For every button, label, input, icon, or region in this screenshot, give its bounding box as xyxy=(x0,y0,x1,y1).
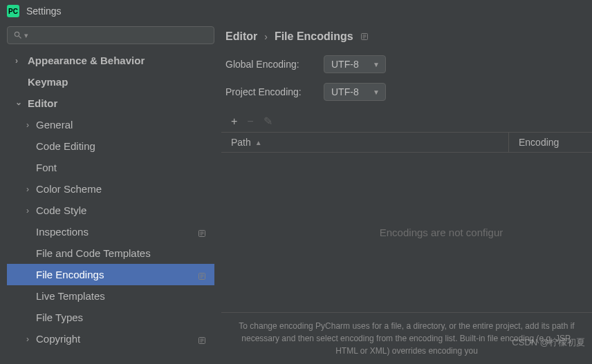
add-button[interactable]: + xyxy=(231,115,237,128)
svg-rect-5 xyxy=(201,274,204,275)
tree-item-label: Appearance & Behavior xyxy=(28,55,145,66)
chevron-right-icon xyxy=(15,56,22,66)
tree-item-general[interactable]: General xyxy=(7,114,214,135)
footer-note: To change encoding PyCharm uses for a fi… xyxy=(221,313,592,364)
svg-rect-7 xyxy=(201,277,203,278)
search-icon xyxy=(13,30,23,40)
project-encoding-label: Project Encoding: xyxy=(225,86,324,97)
column-encoding[interactable]: Encoding xyxy=(509,133,592,152)
tree-item-label: Font xyxy=(36,162,57,173)
tree-item-live-templates[interactable]: Live Templates xyxy=(7,285,214,307)
svg-rect-9 xyxy=(201,338,204,339)
tree-item-keymap[interactable]: Keymap xyxy=(7,71,214,93)
tree-item-label: General xyxy=(36,119,73,131)
tree-item-copyright[interactable]: Copyright xyxy=(7,328,214,349)
encodings-table-header: Path ▲ Encoding xyxy=(221,132,592,153)
window-titlebar: PC Settings xyxy=(0,0,592,22)
chevron-right-icon xyxy=(26,206,33,215)
project-encoding-value: UTF-8 xyxy=(331,86,359,97)
global-encoding-label: Global Encoding: xyxy=(225,59,324,70)
tree-item-appearance-behavior[interactable]: Appearance & Behavior xyxy=(7,50,214,71)
empty-state-text: Encodings are not configur xyxy=(380,227,503,238)
tree-item-label: File and Code Templates xyxy=(36,247,151,259)
global-encoding-value: UTF-8 xyxy=(331,59,359,70)
tree-item-label: File Types xyxy=(36,312,83,323)
chevron-down-icon: ▼ xyxy=(373,61,380,68)
column-encoding-label: Encoding xyxy=(519,137,559,148)
tree-item-label: Inspections xyxy=(36,226,89,238)
tree-item-color-scheme[interactable]: Color Scheme xyxy=(7,178,214,200)
global-encoding-select[interactable]: UTF-8 ▼ xyxy=(324,55,386,73)
svg-rect-2 xyxy=(201,233,204,233)
tree-item-file-types[interactable]: File Types xyxy=(7,307,214,328)
chevron-right-icon xyxy=(26,334,33,344)
project-encoding-select[interactable]: UTF-8 ▼ xyxy=(324,83,386,101)
svg-rect-10 xyxy=(201,340,204,341)
tree-item-label: Code Editing xyxy=(36,140,95,152)
window-title: Settings xyxy=(26,6,62,17)
breadcrumb-leaf: File Encodings xyxy=(275,30,353,43)
tree-item-editor[interactable]: Editor xyxy=(7,93,214,114)
remove-button: − xyxy=(247,115,253,128)
svg-rect-14 xyxy=(362,37,366,37)
tree-item-label: Color Scheme xyxy=(36,183,102,195)
tree-item-label: Editor xyxy=(28,97,57,109)
tree-item-code-style[interactable]: Code Style xyxy=(7,200,214,221)
encodings-table-body: Encodings are not configur xyxy=(221,153,592,313)
tree-item-inspections[interactable]: Inspections xyxy=(7,221,214,242)
app-icon: PC xyxy=(7,5,19,17)
chevron-down-icon: ▼ xyxy=(373,88,380,96)
svg-rect-1 xyxy=(201,231,204,232)
tree-item-file-encodings[interactable]: File Encodings xyxy=(7,264,214,285)
tree-item-font[interactable]: Font xyxy=(7,157,214,178)
chevron-right-icon xyxy=(26,184,33,194)
project-settings-badge-icon xyxy=(198,228,206,236)
project-settings-badge-icon xyxy=(198,335,206,343)
chevron-right-icon: › xyxy=(264,31,268,42)
svg-rect-3 xyxy=(201,234,203,235)
search-input[interactable]: ▾ xyxy=(7,26,214,44)
sort-ascending-icon: ▲ xyxy=(255,139,262,146)
svg-rect-13 xyxy=(362,35,366,36)
edit-button: ✎ xyxy=(263,115,272,128)
search-caret-icon: ▾ xyxy=(24,31,28,40)
encodings-toolbar: + − ✎ xyxy=(221,111,592,132)
project-settings-badge-icon xyxy=(198,271,206,279)
column-path[interactable]: Path ▲ xyxy=(221,133,509,152)
tree-item-label: Live Templates xyxy=(36,290,105,302)
tree-item-file-and-code-templates[interactable]: File and Code Templates xyxy=(7,242,214,264)
svg-rect-6 xyxy=(201,276,204,276)
breadcrumb-root: Editor xyxy=(225,30,257,43)
tree-item-label: Keymap xyxy=(28,76,68,88)
tree-item-label: File Encodings xyxy=(36,269,104,280)
svg-rect-11 xyxy=(201,341,203,342)
tree-item-code-editing[interactable]: Code Editing xyxy=(7,135,214,157)
breadcrumb: Editor › File Encodings xyxy=(221,30,592,55)
chevron-down-icon xyxy=(15,99,22,108)
tree-item-label: Code Style xyxy=(36,204,86,216)
tree-item-label: Copyright xyxy=(36,333,80,345)
svg-rect-15 xyxy=(362,38,364,39)
column-path-label: Path xyxy=(231,137,251,148)
settings-content: Editor › File Encodings Global Encoding:… xyxy=(221,22,592,364)
settings-sidebar: ▾ Appearance & BehaviorKeymapEditorGener… xyxy=(0,22,221,364)
project-settings-badge-icon xyxy=(360,32,369,41)
settings-tree: Appearance & BehaviorKeymapEditorGeneral… xyxy=(7,50,214,360)
chevron-right-icon xyxy=(26,120,33,130)
